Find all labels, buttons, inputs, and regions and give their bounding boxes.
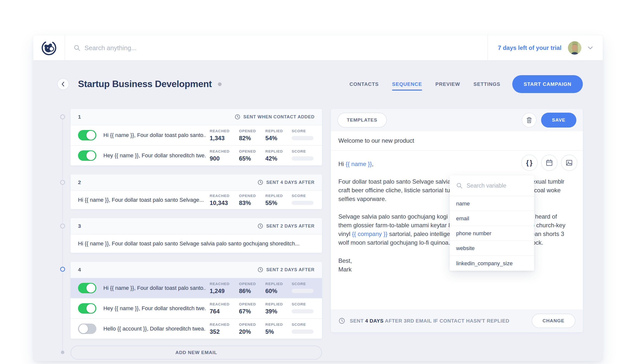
step-3-header: 3 SENT 2 DAYS AFTER: [71, 218, 322, 234]
insert-image-button[interactable]: [561, 154, 577, 171]
search-input[interactable]: [84, 44, 234, 52]
score-bar: [292, 289, 314, 293]
subject-text: Welcome to our new product: [338, 137, 414, 144]
score-bar: [292, 136, 314, 140]
score-bar: [292, 309, 314, 314]
tab-contacts[interactable]: CONTACTS: [350, 82, 379, 87]
calendar-icon: [545, 159, 553, 167]
editor-toolbar: TEMPLATES SAVE: [331, 109, 583, 131]
step-number: 2: [78, 180, 81, 185]
email-body-editor[interactable]: Hi {{ name }}, Four dollar toast palo sa…: [331, 150, 583, 310]
insert-toolbar: { }: [521, 154, 577, 171]
search-icon: [74, 44, 81, 51]
subject-field[interactable]: Welcome to our new product: [331, 131, 583, 150]
chevron-down-icon[interactable]: [588, 46, 593, 50]
clock-icon: [235, 114, 241, 120]
variable-option-email[interactable]: email: [450, 211, 534, 226]
timeline-node-step-1: [60, 114, 65, 119]
step-number: 1: [78, 114, 81, 120]
variable-option-website[interactable]: website: [450, 241, 534, 256]
email-row[interactable]: Hey {{ name }}, Four dollar shoreditch t…: [71, 298, 322, 318]
image-icon: [565, 159, 573, 167]
start-campaign-button[interactable]: START CAMPAIGN: [512, 75, 583, 93]
trial-countdown: 7 days left of your trial: [498, 44, 561, 51]
page-header: Startup Business Development CONTACTS SE…: [33, 60, 603, 109]
email-stats: REACHED352 OPENED20% REPLIED5% SCORE: [210, 322, 315, 335]
email-row[interactable]: Hi {{ name }}, Four dollar toast palo sa…: [71, 234, 322, 253]
variable-option-phone-number[interactable]: phone number: [450, 226, 534, 241]
variable-search: [450, 176, 534, 196]
sequence-timeline: [57, 109, 68, 360]
step-number: 3: [78, 223, 81, 229]
score-bar: [292, 156, 314, 160]
back-button[interactable]: [57, 78, 69, 90]
email-toggle-on[interactable]: [78, 150, 96, 161]
variable-option-linkedin-company-size[interactable]: linkedin_company_size: [450, 256, 534, 271]
step-card-4: 4 SENT 2 DAYS AFTER Hi {{ name }}, Four …: [71, 262, 322, 339]
score-bar: [292, 330, 314, 334]
email-stats: REACHED900 OPENED65% REPLIED42% SCORE: [210, 149, 315, 162]
tab-preview[interactable]: PREVIEW: [436, 82, 460, 87]
email-row[interactable]: Hey {{ name }}, Four dollar shoreditch t…: [71, 145, 322, 166]
avatar[interactable]: [568, 41, 581, 54]
timeline-line: [62, 117, 63, 352]
email-subject: Hey {{ name }}, Four dollar shoreditch t…: [103, 305, 206, 312]
name-variable: {{ name }}: [346, 160, 372, 167]
editor-footer: SENT 4 DAYS AFTER 3RD EMAIL IF CONTACT H…: [331, 310, 583, 332]
app-window: 7 days left of your trial: [33, 36, 603, 361]
main-content: 1 SENT WHEN CONTACT ADDED Hi {{ name }},…: [33, 109, 603, 360]
tab-settings[interactable]: SETTINGS: [474, 82, 500, 87]
add-new-email-button[interactable]: ADD NEW EMAIL: [71, 346, 322, 360]
bear-logo-icon: [41, 40, 57, 56]
search-icon: [456, 182, 463, 189]
delete-email-button[interactable]: [522, 113, 537, 128]
templates-button[interactable]: TEMPLATES: [337, 113, 387, 128]
step-card-2: 2 SENT 4 DAYS AFTER Hi {{ name }}, Four …: [71, 174, 322, 209]
email-subject: Hi {{ name }}, Four dollar toast palo sa…: [78, 240, 315, 247]
timeline-node-step-4-active: [60, 267, 65, 272]
step-schedule: SENT 2 DAYS AFTER: [257, 267, 315, 273]
curly-braces-icon: { }: [526, 158, 533, 167]
variable-option-name[interactable]: name: [450, 196, 534, 211]
variable-dropdown: name email phone number website linkedin…: [450, 176, 534, 271]
change-schedule-button[interactable]: CHANGE: [532, 314, 575, 328]
step-schedule: SENT 4 DAYS AFTER: [257, 180, 315, 185]
campaign-status-dot: [218, 82, 222, 86]
clock-icon: [257, 223, 263, 229]
email-row[interactable]: Hello {{ account }}, Dollar shoreditch t…: [71, 318, 322, 339]
page-title: Startup Business Development: [78, 79, 212, 89]
email-stats: REACHED1,249 OPENED86% REPLIED60% SCORE: [210, 282, 315, 294]
clock-icon: [338, 317, 345, 324]
step-4-header: 4 SENT 2 DAYS AFTER: [71, 262, 322, 278]
email-toggle-on[interactable]: [78, 303, 96, 314]
brand-logo[interactable]: [33, 36, 65, 60]
step-card-3: 3 SENT 2 DAYS AFTER Hi {{ name }}, Four …: [71, 218, 322, 253]
variable-search-input[interactable]: [467, 182, 528, 189]
step-number: 4: [78, 267, 81, 273]
send-schedule-text: SENT 4 DAYS AFTER 3RD EMAIL IF CONTACT H…: [350, 318, 509, 324]
save-button[interactable]: SAVE: [541, 113, 576, 128]
email-toggle-on[interactable]: [78, 283, 96, 293]
email-subject: Hi {{ name }}, Four dollar toast palo sa…: [103, 132, 206, 138]
clock-icon: [257, 180, 263, 185]
account-area: 7 days left of your trial: [487, 36, 603, 60]
insert-variable-button[interactable]: { }: [521, 154, 538, 171]
trash-icon: [526, 116, 532, 124]
email-stats: REACHED1,343 OPENED82% REPLIED54% SCORE: [210, 129, 315, 142]
timeline-node-step-2: [60, 180, 65, 185]
email-toggle-off[interactable]: [78, 324, 96, 334]
step-schedule: SENT 2 DAYS AFTER: [257, 223, 315, 229]
insert-calendar-button[interactable]: [541, 154, 557, 171]
score-bar: [292, 201, 314, 205]
tab-sequence[interactable]: SEQUENCE: [392, 82, 422, 87]
step-1-header: 1 SENT WHEN CONTACT ADDED: [71, 109, 322, 125]
email-row-selected[interactable]: Hi {{ name }}, Four dollar toast palo sa…: [71, 278, 322, 298]
global-search: [65, 36, 487, 60]
email-toggle-on[interactable]: [78, 130, 96, 140]
company-variable: {{ company }}: [352, 230, 387, 237]
top-bar: 7 days left of your trial: [33, 36, 603, 60]
email-row[interactable]: Hi {{ name }}, Four dollar toast palo sa…: [71, 125, 322, 145]
email-stats: REACHED10,343 OPENED83% REPLIED55% SCORE: [210, 194, 315, 206]
email-stats: REACHED764 OPENED67% REPLIED39% SCORE: [210, 302, 315, 315]
email-row[interactable]: Hi {{ name }}, Four dollar toast palo sa…: [71, 190, 322, 209]
